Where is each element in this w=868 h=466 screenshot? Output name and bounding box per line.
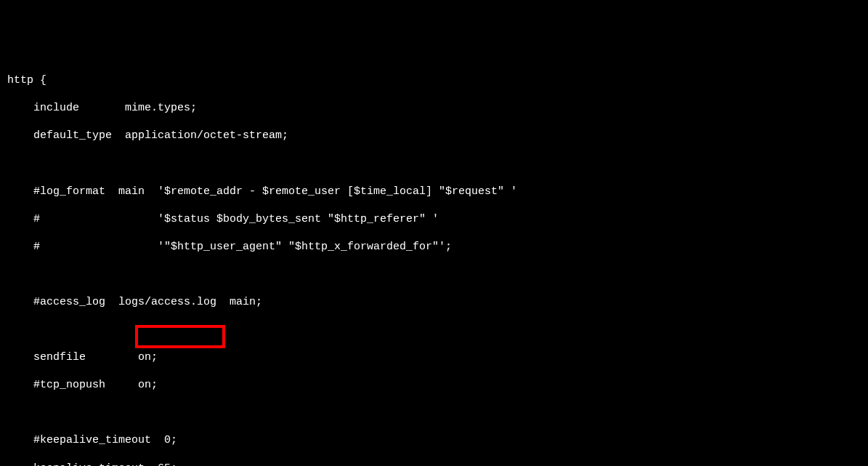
code-line: # '$status $body_bytes_sent "$http_refer…	[7, 212, 861, 226]
code-line: # '"$http_user_agent" "$http_x_forwarded…	[7, 240, 861, 254]
code-line	[7, 268, 861, 281]
code-line: #tcp_nopush on;	[7, 378, 861, 392]
code-line: default_type application/octet-stream;	[7, 129, 861, 142]
code-line: include mime.types;	[7, 101, 861, 115]
code-line: #log_format main '$remote_addr - $remote…	[7, 185, 861, 198]
code-line	[7, 406, 861, 419]
code-line	[7, 323, 861, 337]
code-line: #keepalive_timeout 0;	[7, 433, 861, 447]
code-line: keepalive_timeout 65;	[7, 462, 861, 466]
code-line	[7, 157, 861, 171]
code-line: sendfile on;	[7, 350, 861, 364]
code-line: #access_log logs/access.log main;	[7, 295, 861, 309]
config-code-block: http { include mime.types; default_type …	[7, 60, 861, 466]
code-line: http {	[7, 73, 861, 87]
